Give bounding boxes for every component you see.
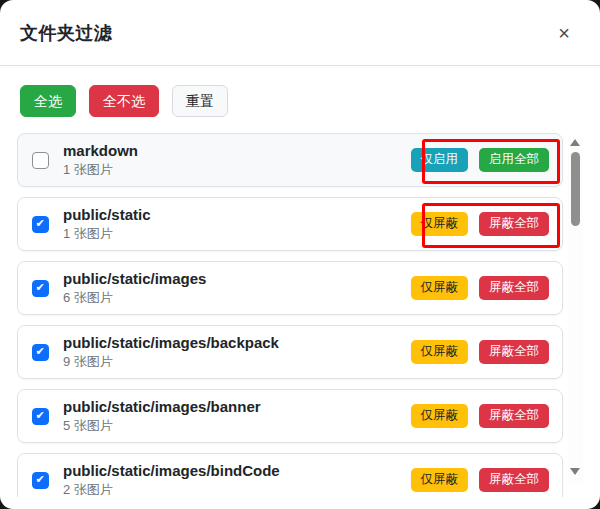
folder-checkbox[interactable]: [32, 280, 49, 297]
folder-checkbox[interactable]: [32, 408, 49, 425]
enable-only-button[interactable]: 仅启用: [411, 148, 469, 172]
reset-button[interactable]: 重置: [172, 85, 228, 117]
folder-list-item: markdown 1 张图片 仅启用 启用全部: [17, 133, 563, 187]
folder-info: public/static/images/banner 5 张图片: [63, 398, 261, 434]
toolbar: 全选 全不选 重置: [20, 85, 228, 117]
block-only-button[interactable]: 仅屏蔽: [411, 404, 469, 428]
folder-actions: 仅屏蔽 屏蔽全部: [411, 340, 550, 364]
folder-list-item: public/static/images/banner 5 张图片 仅屏蔽 屏蔽…: [17, 389, 563, 443]
folder-checkbox[interactable]: [32, 344, 49, 361]
folder-name: markdown: [63, 142, 138, 160]
folder-name: public/static/images/bindCode: [63, 462, 280, 480]
folder-checkbox[interactable]: [32, 472, 49, 489]
folder-actions: 仅屏蔽 屏蔽全部: [411, 212, 550, 236]
block-all-button[interactable]: 屏蔽全部: [479, 404, 549, 428]
folder-name: public/static/images: [63, 270, 206, 288]
folder-actions: 仅屏蔽 屏蔽全部: [411, 276, 550, 300]
scrollbar-thumb[interactable]: [571, 152, 580, 226]
folder-image-count: 2 张图片: [63, 482, 280, 497]
folder-actions: 仅启用 启用全部: [411, 148, 550, 172]
scroll-up-icon[interactable]: [570, 139, 580, 146]
folder-image-count: 6 张图片: [63, 290, 206, 306]
block-all-button[interactable]: 屏蔽全部: [479, 468, 549, 492]
folder-checkbox[interactable]: [32, 216, 49, 233]
enable-all-button[interactable]: 启用全部: [479, 148, 549, 172]
folder-name: public/static/images/banner: [63, 398, 261, 416]
folder-list-item: public/static/images/bindCode 2 张图片 仅屏蔽 …: [17, 453, 563, 497]
folder-name: public/static/images/backpack: [63, 334, 279, 352]
folder-list: markdown 1 张图片 仅启用 启用全部 public/static 1 …: [17, 133, 583, 497]
folder-info: public/static 1 张图片: [63, 206, 151, 242]
block-only-button[interactable]: 仅屏蔽: [411, 212, 469, 236]
folder-image-count: 9 张图片: [63, 354, 279, 370]
folder-info: public/static/images 6 张图片: [63, 270, 206, 306]
deselect-all-button[interactable]: 全不选: [89, 85, 159, 117]
folder-info: public/static/images/backpack 9 张图片: [63, 334, 279, 370]
folder-checkbox[interactable]: [32, 152, 49, 169]
folder-info: markdown 1 张图片: [63, 142, 138, 178]
folder-list-item: public/static 1 张图片 仅屏蔽 屏蔽全部: [17, 197, 563, 251]
folder-list-item: public/static/images/backpack 9 张图片 仅屏蔽 …: [17, 325, 563, 379]
block-all-button[interactable]: 屏蔽全部: [479, 212, 549, 236]
modal-header: 文件夹过滤 ×: [0, 0, 600, 66]
folder-image-count: 5 张图片: [63, 418, 261, 434]
folder-name: public/static: [63, 206, 151, 224]
modal-title: 文件夹过滤: [20, 21, 113, 45]
block-only-button[interactable]: 仅屏蔽: [411, 468, 469, 492]
folder-actions: 仅屏蔽 屏蔽全部: [411, 404, 550, 428]
close-icon[interactable]: ×: [558, 23, 570, 43]
folder-actions: 仅屏蔽 屏蔽全部: [411, 468, 550, 492]
block-all-button[interactable]: 屏蔽全部: [479, 276, 549, 300]
block-all-button[interactable]: 屏蔽全部: [479, 340, 549, 364]
folder-info: public/static/images/bindCode 2 张图片: [63, 462, 280, 497]
scrollbar[interactable]: [568, 135, 583, 485]
folder-image-count: 1 张图片: [63, 162, 138, 178]
folder-list-items: markdown 1 张图片 仅启用 启用全部 public/static 1 …: [17, 133, 583, 497]
block-only-button[interactable]: 仅屏蔽: [411, 340, 469, 364]
select-all-button[interactable]: 全选: [20, 85, 76, 117]
folder-list-item: public/static/images 6 张图片 仅屏蔽 屏蔽全部: [17, 261, 563, 315]
scroll-down-icon[interactable]: [570, 468, 580, 475]
folder-image-count: 1 张图片: [63, 226, 151, 242]
block-only-button[interactable]: 仅屏蔽: [411, 276, 469, 300]
folder-filter-modal: 文件夹过滤 × 全选 全不选 重置 markdown 1 张图片 仅启用 启用全…: [0, 0, 600, 509]
